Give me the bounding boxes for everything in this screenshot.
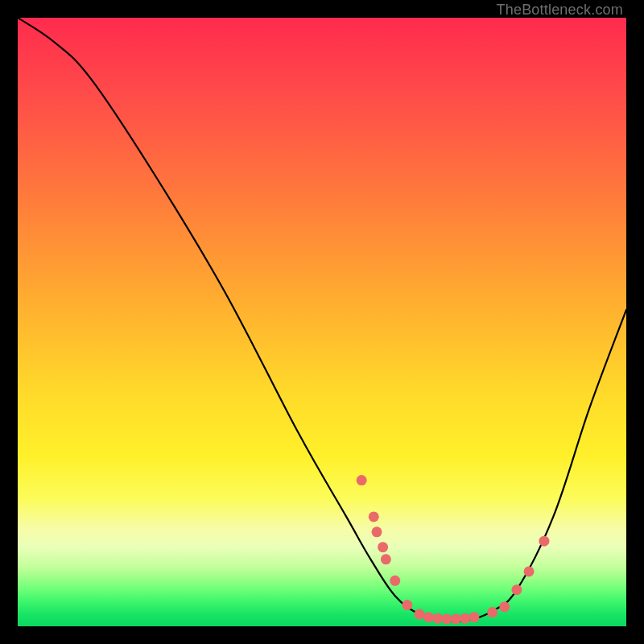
data-point bbox=[451, 613, 461, 624]
data-point bbox=[369, 511, 379, 522]
chart-frame: TheBottleneck.com bbox=[0, 0, 644, 644]
data-point bbox=[511, 584, 522, 595]
data-point bbox=[381, 554, 391, 564]
bottleneck-curve bbox=[18, 18, 626, 626]
data-point bbox=[372, 526, 382, 537]
data-point bbox=[357, 475, 367, 485]
data-point bbox=[499, 601, 510, 612]
data-point bbox=[390, 576, 400, 586]
data-point bbox=[402, 600, 412, 610]
data-point bbox=[524, 566, 535, 576]
data-point bbox=[414, 609, 424, 619]
data-point bbox=[487, 607, 497, 617]
data-point bbox=[460, 613, 470, 624]
plot-area bbox=[18, 18, 626, 626]
data-point bbox=[423, 612, 434, 622]
data-point bbox=[441, 613, 452, 624]
data-point bbox=[378, 542, 388, 552]
attribution-text: TheBottleneck.com bbox=[497, 2, 623, 19]
data-point bbox=[469, 612, 480, 622]
data-point bbox=[539, 536, 549, 547]
curve-line bbox=[18, 18, 626, 621]
data-point bbox=[432, 613, 443, 624]
